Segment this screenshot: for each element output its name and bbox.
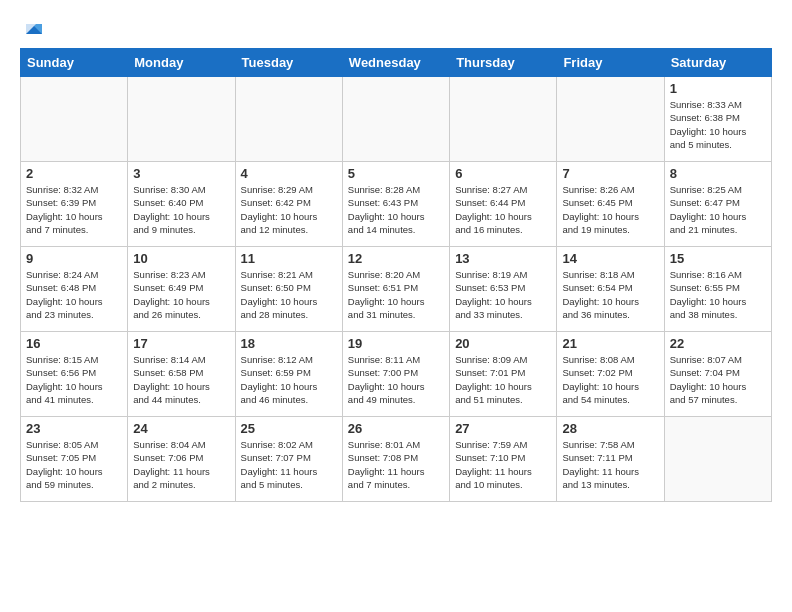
- page-header: [20, 20, 772, 42]
- calendar-cell: [450, 77, 557, 162]
- calendar-cell: 17Sunrise: 8:14 AM Sunset: 6:58 PM Dayli…: [128, 332, 235, 417]
- day-info: Sunrise: 8:19 AM Sunset: 6:53 PM Dayligh…: [455, 268, 551, 321]
- day-number: 21: [562, 336, 658, 351]
- day-info: Sunrise: 8:20 AM Sunset: 6:51 PM Dayligh…: [348, 268, 444, 321]
- day-info: Sunrise: 8:21 AM Sunset: 6:50 PM Dayligh…: [241, 268, 337, 321]
- calendar-table: SundayMondayTuesdayWednesdayThursdayFrid…: [20, 48, 772, 502]
- calendar-cell: 28Sunrise: 7:58 AM Sunset: 7:11 PM Dayli…: [557, 417, 664, 502]
- calendar-cell: 20Sunrise: 8:09 AM Sunset: 7:01 PM Dayli…: [450, 332, 557, 417]
- calendar-cell: 10Sunrise: 8:23 AM Sunset: 6:49 PM Dayli…: [128, 247, 235, 332]
- day-number: 4: [241, 166, 337, 181]
- calendar-cell: 13Sunrise: 8:19 AM Sunset: 6:53 PM Dayli…: [450, 247, 557, 332]
- day-number: 6: [455, 166, 551, 181]
- day-info: Sunrise: 8:24 AM Sunset: 6:48 PM Dayligh…: [26, 268, 122, 321]
- calendar-cell: 16Sunrise: 8:15 AM Sunset: 6:56 PM Dayli…: [21, 332, 128, 417]
- day-number: 3: [133, 166, 229, 181]
- day-number: 15: [670, 251, 766, 266]
- day-number: 20: [455, 336, 551, 351]
- day-number: 27: [455, 421, 551, 436]
- day-number: 16: [26, 336, 122, 351]
- day-number: 17: [133, 336, 229, 351]
- day-info: Sunrise: 8:01 AM Sunset: 7:08 PM Dayligh…: [348, 438, 444, 491]
- calendar-cell: [342, 77, 449, 162]
- logo-icon: [22, 20, 44, 42]
- weekday-header-friday: Friday: [557, 49, 664, 77]
- calendar-cell: 25Sunrise: 8:02 AM Sunset: 7:07 PM Dayli…: [235, 417, 342, 502]
- weekday-header-monday: Monday: [128, 49, 235, 77]
- week-row-1: 2Sunrise: 8:32 AM Sunset: 6:39 PM Daylig…: [21, 162, 772, 247]
- calendar-cell: 6Sunrise: 8:27 AM Sunset: 6:44 PM Daylig…: [450, 162, 557, 247]
- day-number: 19: [348, 336, 444, 351]
- day-number: 28: [562, 421, 658, 436]
- day-info: Sunrise: 8:02 AM Sunset: 7:07 PM Dayligh…: [241, 438, 337, 491]
- calendar-cell: 9Sunrise: 8:24 AM Sunset: 6:48 PM Daylig…: [21, 247, 128, 332]
- calendar-cell: 2Sunrise: 8:32 AM Sunset: 6:39 PM Daylig…: [21, 162, 128, 247]
- day-info: Sunrise: 8:26 AM Sunset: 6:45 PM Dayligh…: [562, 183, 658, 236]
- day-info: Sunrise: 7:59 AM Sunset: 7:10 PM Dayligh…: [455, 438, 551, 491]
- calendar-cell: 14Sunrise: 8:18 AM Sunset: 6:54 PM Dayli…: [557, 247, 664, 332]
- day-info: Sunrise: 7:58 AM Sunset: 7:11 PM Dayligh…: [562, 438, 658, 491]
- day-number: 5: [348, 166, 444, 181]
- week-row-2: 9Sunrise: 8:24 AM Sunset: 6:48 PM Daylig…: [21, 247, 772, 332]
- calendar-cell: 8Sunrise: 8:25 AM Sunset: 6:47 PM Daylig…: [664, 162, 771, 247]
- calendar-cell: 5Sunrise: 8:28 AM Sunset: 6:43 PM Daylig…: [342, 162, 449, 247]
- day-info: Sunrise: 8:28 AM Sunset: 6:43 PM Dayligh…: [348, 183, 444, 236]
- day-number: 1: [670, 81, 766, 96]
- day-number: 24: [133, 421, 229, 436]
- day-info: Sunrise: 8:25 AM Sunset: 6:47 PM Dayligh…: [670, 183, 766, 236]
- day-number: 12: [348, 251, 444, 266]
- calendar-cell: 19Sunrise: 8:11 AM Sunset: 7:00 PM Dayli…: [342, 332, 449, 417]
- calendar-cell: [664, 417, 771, 502]
- day-info: Sunrise: 8:12 AM Sunset: 6:59 PM Dayligh…: [241, 353, 337, 406]
- day-info: Sunrise: 8:27 AM Sunset: 6:44 PM Dayligh…: [455, 183, 551, 236]
- calendar-cell: 22Sunrise: 8:07 AM Sunset: 7:04 PM Dayli…: [664, 332, 771, 417]
- weekday-header-tuesday: Tuesday: [235, 49, 342, 77]
- calendar-cell: [235, 77, 342, 162]
- day-number: 7: [562, 166, 658, 181]
- calendar-cell: 26Sunrise: 8:01 AM Sunset: 7:08 PM Dayli…: [342, 417, 449, 502]
- logo: [20, 20, 44, 42]
- calendar-cell: 23Sunrise: 8:05 AM Sunset: 7:05 PM Dayli…: [21, 417, 128, 502]
- week-row-4: 23Sunrise: 8:05 AM Sunset: 7:05 PM Dayli…: [21, 417, 772, 502]
- day-info: Sunrise: 8:11 AM Sunset: 7:00 PM Dayligh…: [348, 353, 444, 406]
- week-row-3: 16Sunrise: 8:15 AM Sunset: 6:56 PM Dayli…: [21, 332, 772, 417]
- day-info: Sunrise: 8:07 AM Sunset: 7:04 PM Dayligh…: [670, 353, 766, 406]
- day-info: Sunrise: 8:15 AM Sunset: 6:56 PM Dayligh…: [26, 353, 122, 406]
- day-info: Sunrise: 8:08 AM Sunset: 7:02 PM Dayligh…: [562, 353, 658, 406]
- day-info: Sunrise: 8:16 AM Sunset: 6:55 PM Dayligh…: [670, 268, 766, 321]
- day-info: Sunrise: 8:23 AM Sunset: 6:49 PM Dayligh…: [133, 268, 229, 321]
- calendar-cell: 3Sunrise: 8:30 AM Sunset: 6:40 PM Daylig…: [128, 162, 235, 247]
- day-number: 2: [26, 166, 122, 181]
- day-info: Sunrise: 8:04 AM Sunset: 7:06 PM Dayligh…: [133, 438, 229, 491]
- calendar-cell: 12Sunrise: 8:20 AM Sunset: 6:51 PM Dayli…: [342, 247, 449, 332]
- day-number: 22: [670, 336, 766, 351]
- week-row-0: 1Sunrise: 8:33 AM Sunset: 6:38 PM Daylig…: [21, 77, 772, 162]
- day-info: Sunrise: 8:14 AM Sunset: 6:58 PM Dayligh…: [133, 353, 229, 406]
- day-info: Sunrise: 8:29 AM Sunset: 6:42 PM Dayligh…: [241, 183, 337, 236]
- weekday-header-thursday: Thursday: [450, 49, 557, 77]
- calendar-cell: 21Sunrise: 8:08 AM Sunset: 7:02 PM Dayli…: [557, 332, 664, 417]
- day-number: 14: [562, 251, 658, 266]
- day-number: 10: [133, 251, 229, 266]
- calendar-cell: [21, 77, 128, 162]
- day-number: 25: [241, 421, 337, 436]
- calendar-cell: 4Sunrise: 8:29 AM Sunset: 6:42 PM Daylig…: [235, 162, 342, 247]
- weekday-header-saturday: Saturday: [664, 49, 771, 77]
- calendar-cell: 7Sunrise: 8:26 AM Sunset: 6:45 PM Daylig…: [557, 162, 664, 247]
- calendar-cell: [557, 77, 664, 162]
- day-number: 9: [26, 251, 122, 266]
- day-info: Sunrise: 8:33 AM Sunset: 6:38 PM Dayligh…: [670, 98, 766, 151]
- day-number: 26: [348, 421, 444, 436]
- day-number: 23: [26, 421, 122, 436]
- calendar-cell: 27Sunrise: 7:59 AM Sunset: 7:10 PM Dayli…: [450, 417, 557, 502]
- day-info: Sunrise: 8:32 AM Sunset: 6:39 PM Dayligh…: [26, 183, 122, 236]
- calendar-cell: 11Sunrise: 8:21 AM Sunset: 6:50 PM Dayli…: [235, 247, 342, 332]
- calendar-cell: 1Sunrise: 8:33 AM Sunset: 6:38 PM Daylig…: [664, 77, 771, 162]
- calendar-cell: 15Sunrise: 8:16 AM Sunset: 6:55 PM Dayli…: [664, 247, 771, 332]
- weekday-header-row: SundayMondayTuesdayWednesdayThursdayFrid…: [21, 49, 772, 77]
- day-number: 18: [241, 336, 337, 351]
- day-info: Sunrise: 8:09 AM Sunset: 7:01 PM Dayligh…: [455, 353, 551, 406]
- weekday-header-sunday: Sunday: [21, 49, 128, 77]
- day-info: Sunrise: 8:30 AM Sunset: 6:40 PM Dayligh…: [133, 183, 229, 236]
- calendar-cell: [128, 77, 235, 162]
